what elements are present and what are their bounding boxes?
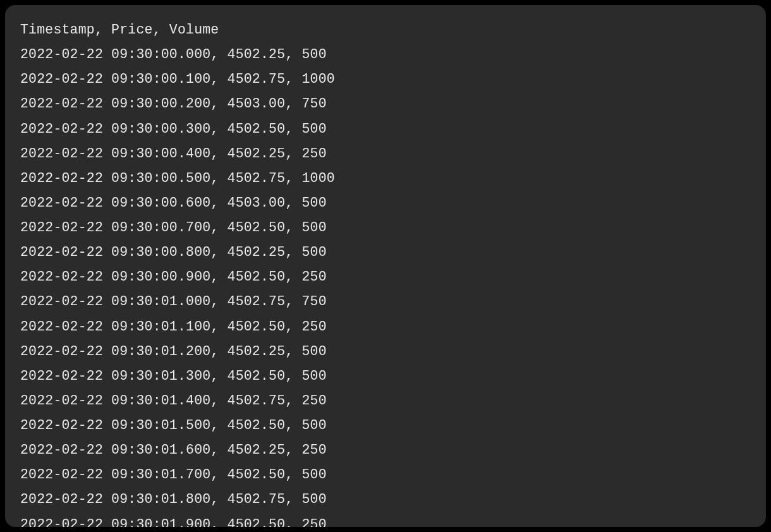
code-data-line: 2022-02-22 09:30:00.000, 4502.25, 500 — [20, 42, 751, 67]
code-data-line: 2022-02-22 09:30:01.100, 4502.50, 250 — [20, 315, 751, 339]
code-data-line: 2022-02-22 09:30:00.500, 4502.75, 1000 — [20, 166, 751, 191]
code-data-line: 2022-02-22 09:30:01.500, 4502.50, 500 — [20, 413, 751, 438]
code-block: Timestamp, Price, Volume 2022-02-22 09:3… — [5, 5, 766, 527]
code-data-line: 2022-02-22 09:30:01.900, 4502.50, 250 — [20, 512, 751, 528]
code-data-line: 2022-02-22 09:30:01.600, 4502.25, 250 — [20, 438, 751, 462]
code-data-line: 2022-02-22 09:30:01.000, 4502.75, 750 — [20, 289, 751, 314]
code-data-line: 2022-02-22 09:30:00.100, 4502.75, 1000 — [20, 67, 751, 92]
code-header-line: Timestamp, Price, Volume — [20, 18, 751, 42]
code-data-line: 2022-02-22 09:30:00.200, 4503.00, 750 — [20, 92, 751, 116]
code-data-line: 2022-02-22 09:30:01.700, 4502.50, 500 — [20, 462, 751, 487]
code-data-line: 2022-02-22 09:30:01.400, 4502.75, 250 — [20, 389, 751, 413]
code-data-line: 2022-02-22 09:30:00.900, 4502.50, 250 — [20, 265, 751, 289]
code-data-line: 2022-02-22 09:30:00.700, 4502.50, 500 — [20, 215, 751, 240]
code-data-line: 2022-02-22 09:30:00.600, 4503.00, 500 — [20, 191, 751, 215]
code-data-line: 2022-02-22 09:30:00.800, 4502.25, 500 — [20, 240, 751, 265]
code-data-line: 2022-02-22 09:30:00.400, 4502.25, 250 — [20, 142, 751, 166]
code-data-line: 2022-02-22 09:30:01.800, 4502.75, 500 — [20, 487, 751, 512]
code-data-line: 2022-02-22 09:30:01.200, 4502.25, 500 — [20, 339, 751, 364]
code-data-line: 2022-02-22 09:30:00.300, 4502.50, 500 — [20, 117, 751, 142]
code-data-line: 2022-02-22 09:30:01.300, 4502.50, 500 — [20, 364, 751, 389]
